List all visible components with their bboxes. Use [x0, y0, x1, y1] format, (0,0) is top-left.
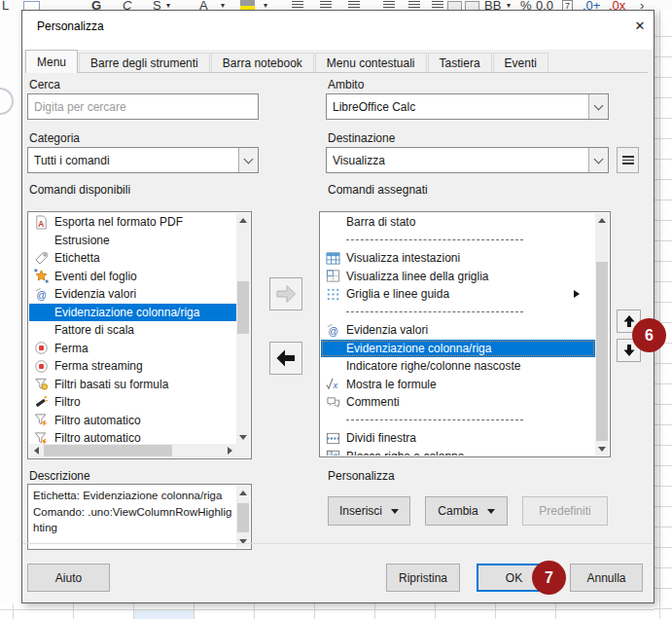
bold-icon: G	[91, 0, 101, 10]
underline-icon: S	[153, 0, 161, 10]
tab-menu[interactable]: Menu	[25, 50, 78, 73]
scrollbar-thumb[interactable]	[237, 503, 249, 532]
category-select[interactable]: Tutti i comandi	[27, 147, 259, 173]
list-item-label: Etichetta	[54, 251, 100, 265]
description-label: Descrizione	[29, 469, 90, 483]
horizontal-scrollbar[interactable]	[29, 444, 236, 457]
sheet-events-icon	[33, 269, 50, 284]
list-item[interactable]: Visualizza linee della griglia	[321, 268, 595, 286]
scroll-down-icon[interactable]	[236, 430, 250, 444]
list-item-label: Esporta nel formato PDF	[54, 215, 183, 229]
list-item[interactable]: Ferma	[29, 340, 236, 358]
scrollbar-thumb[interactable]	[44, 445, 172, 456]
list-item[interactable]: Barra di stato	[321, 213, 595, 232]
list-item[interactable]: Commenti	[321, 393, 595, 412]
help-button[interactable]: Aiuto	[27, 564, 110, 592]
funnel-coin-icon	[33, 377, 50, 392]
dropdown-caret-icon: ▾	[221, 1, 225, 10]
search-input[interactable]	[27, 93, 259, 120]
list-item-label: Ferma streaming	[54, 359, 143, 373]
list-item[interactable]: @Evidenzia valori	[29, 285, 236, 304]
tab-toolbars[interactable]: Barre degli strumenti	[79, 53, 210, 73]
destination-label: Destinazione	[328, 131, 395, 145]
cancel-button[interactable]: Annulla	[570, 564, 643, 592]
list-item[interactable]: Evidenziazione colonna/riga	[29, 304, 236, 322]
list-item[interactable]: AEsporta nel formato PDF	[29, 213, 236, 232]
list-item[interactable]: Ferma streaming	[29, 357, 236, 376]
font-color-icon: A	[199, 0, 208, 10]
scrollbar-thumb[interactable]	[596, 262, 608, 441]
list-separator[interactable]	[321, 412, 595, 430]
scroll-down-icon[interactable]	[236, 534, 250, 548]
list-item[interactable]: Filtri basati su formula	[29, 376, 236, 394]
blank-icon	[325, 214, 341, 230]
list-item[interactable]: Evidenziazione colonna/riga	[321, 340, 595, 358]
list-item[interactable]: Estrusione	[29, 232, 236, 250]
destination-select[interactable]: Visualizza	[326, 147, 609, 173]
split-window-icon	[325, 430, 341, 446]
hamburger-icon[interactable]	[617, 147, 639, 173]
insert-button[interactable]: Inserisci	[328, 496, 410, 526]
list-separator[interactable]	[321, 232, 595, 250]
scope-select[interactable]: LibreOffice Calc	[326, 93, 609, 120]
list-item[interactable]: Indicatore righe/colonne nascoste	[321, 357, 595, 376]
vertical-scrollbar[interactable]	[595, 213, 609, 455]
chevron-down-icon[interactable]	[238, 148, 258, 172]
list-item[interactable]: @Evidenzia valori	[321, 321, 595, 340]
tab-notebookbar[interactable]: Barra notebook	[211, 53, 314, 73]
scroll-down-icon[interactable]	[595, 442, 609, 455]
tab-events[interactable]: Eventi	[493, 53, 548, 73]
at-values-icon: @	[325, 322, 341, 338]
change-button[interactable]: Cambia	[425, 496, 508, 526]
scroll-left-icon[interactable]	[29, 444, 43, 457]
search-label: Cerca	[29, 78, 60, 91]
align-vcenter-icon	[408, 1, 420, 10]
add-command-button[interactable]	[269, 277, 302, 310]
scroll-right-icon[interactable]	[223, 444, 236, 457]
vertical-scrollbar[interactable]	[236, 486, 250, 548]
list-item[interactable]: Filtro	[29, 393, 236, 412]
arrow-left-icon	[274, 346, 298, 370]
assigned-commands-list[interactable]: Barra di statoVisualizza intestazioniVis…	[319, 211, 611, 457]
remove-command-button[interactable]	[269, 342, 302, 375]
record-stop-icon	[33, 341, 50, 356]
scroll-up-icon[interactable]	[595, 213, 609, 227]
list-item[interactable]: Filtro automatico	[29, 429, 236, 444]
tab-keyboard[interactable]: Tastiera	[428, 53, 492, 73]
list-item[interactable]: Etichetta	[29, 249, 236, 268]
list-item[interactable]: Eventi del foglio	[29, 268, 236, 286]
highlight-color-icon	[240, 0, 255, 10]
cell-text-fragment: L	[2, 0, 9, 10]
close-icon[interactable]: ✕	[628, 16, 652, 37]
chevron-down-icon[interactable]	[588, 94, 608, 119]
list-item-label: Dividi finestra	[346, 431, 416, 445]
list-item[interactable]: Filtro automatico	[29, 412, 236, 430]
list-item[interactable]: Griglia e linee guida	[321, 285, 595, 304]
available-commands-list[interactable]: AEsporta nel formato PDFEstrusioneEtiche…	[27, 211, 252, 459]
chevron-down-icon[interactable]	[588, 148, 608, 172]
defaults-button[interactable]: Predefiniti	[522, 496, 608, 526]
record-stop-icon	[33, 358, 50, 374]
vertical-scrollbar[interactable]	[236, 213, 250, 444]
list-item-label: Blocca righe e colonne	[346, 450, 464, 455]
dropdown-caret-icon: ▾	[166, 1, 170, 10]
reset-button[interactable]: Ripristina	[386, 564, 460, 592]
tab-underline	[28, 72, 648, 73]
tab-context-menus[interactable]: Menu contestuali	[315, 53, 427, 73]
list-item[interactable]: Blocca righe e colonne	[321, 448, 595, 456]
scroll-up-icon[interactable]	[236, 213, 250, 227]
italic-icon: C	[123, 0, 131, 10]
at-values-icon: @	[33, 286, 50, 302]
scroll-up-icon[interactable]	[236, 486, 250, 499]
align-top-icon	[383, 1, 395, 10]
scrollbar-thumb[interactable]	[237, 281, 249, 334]
formulas-icon: x	[325, 377, 341, 392]
dropdown-caret-icon	[487, 509, 495, 514]
list-item[interactable]: Visualizza intestazioni	[321, 249, 595, 268]
list-item[interactable]: Fattore di scala	[29, 321, 236, 340]
list-item[interactable]: xMostra le formule	[321, 376, 595, 394]
align-bottom-icon	[432, 1, 443, 10]
list-separator[interactable]	[321, 304, 595, 322]
list-item[interactable]: Dividi finestra	[321, 429, 595, 448]
description-text: Etichetta: Evidenziazione colonna/riga C…	[33, 488, 235, 547]
